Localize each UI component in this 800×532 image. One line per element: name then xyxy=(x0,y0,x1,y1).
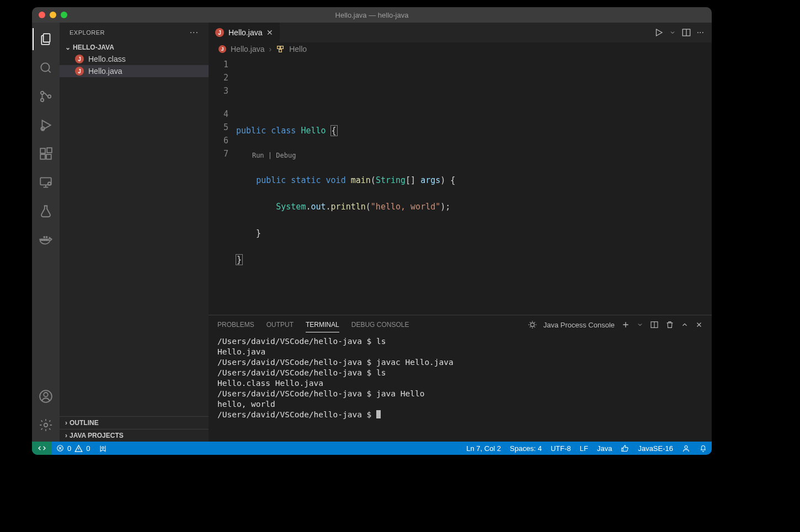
titlebar[interactable]: Hello.java — hello-java xyxy=(32,7,712,23)
svg-rect-21 xyxy=(278,46,280,49)
explorer-activity[interactable] xyxy=(33,28,59,50)
run-debug-activity[interactable] xyxy=(33,114,59,136)
extensions-activity[interactable] xyxy=(33,143,59,165)
status-problems[interactable]: 0 0 xyxy=(52,442,94,455)
chevron-right-icon: › xyxy=(65,419,67,427)
codelens[interactable]: Run | Debug xyxy=(236,151,712,160)
chevron-down-icon[interactable] xyxy=(669,29,676,36)
terminal-process-label[interactable]: Java Process Console xyxy=(543,321,615,329)
status-language[interactable]: Java xyxy=(593,442,616,455)
editor-area: J Hello.java ✕ ··· J Hello.java › Hello xyxy=(209,23,712,442)
svg-rect-7 xyxy=(40,154,45,159)
tab-label: Hello.java xyxy=(228,28,262,37)
search-activity[interactable] xyxy=(33,57,59,79)
debug-process-icon[interactable] xyxy=(528,320,537,329)
status-encoding[interactable]: UTF-8 xyxy=(546,442,575,455)
code-editor[interactable]: 1 2 3 4 5 6 7 public class Hello { Run |… xyxy=(209,56,712,315)
settings-activity[interactable] xyxy=(33,414,59,436)
svg-point-18 xyxy=(44,393,48,397)
close-tab-icon[interactable]: ✕ xyxy=(266,28,273,37)
chevron-right-icon: › xyxy=(269,45,271,53)
svg-rect-15 xyxy=(44,237,45,238)
breadcrumb[interactable]: J Hello.java › Hello xyxy=(209,42,712,56)
status-bell-icon[interactable] xyxy=(695,442,712,455)
kill-terminal-icon[interactable] xyxy=(665,320,674,329)
error-count: 0 xyxy=(67,444,71,453)
run-icon[interactable] xyxy=(654,28,664,37)
sidebar-title: EXPLORER xyxy=(70,29,105,36)
svg-point-27 xyxy=(102,447,104,449)
accounts-activity[interactable] xyxy=(33,385,59,407)
terminal-cursor xyxy=(376,410,381,418)
svg-point-11 xyxy=(48,182,51,185)
tabs-bar: J Hello.java ✕ ··· xyxy=(209,23,712,42)
new-terminal-icon[interactable] xyxy=(621,320,630,329)
folder-name: HELLO-JAVA xyxy=(73,44,114,51)
svg-point-3 xyxy=(41,99,44,101)
traffic-lights xyxy=(39,12,67,18)
split-terminal-icon[interactable] xyxy=(650,320,659,329)
svg-rect-23 xyxy=(279,50,282,52)
class-icon xyxy=(276,45,285,53)
status-feedback-icon[interactable] xyxy=(678,442,695,455)
svg-point-2 xyxy=(41,92,44,94)
file-name: Hello.java xyxy=(88,67,122,76)
breadcrumb-symbol[interactable]: Hello xyxy=(289,45,307,53)
more-icon[interactable]: ··· xyxy=(697,28,704,37)
java-file-icon: J xyxy=(75,67,84,76)
folder-header[interactable]: ⌄ HELLO-JAVA xyxy=(60,42,209,53)
close-window-button[interactable] xyxy=(39,12,45,18)
panel-tab-terminal[interactable]: TERMINAL xyxy=(306,318,339,332)
outline-label: OUTLINE xyxy=(70,419,99,427)
file-tree: J Hello.class J Hello.java xyxy=(60,53,209,416)
panel: PROBLEMS OUTPUT TERMINAL DEBUG CONSOLE J… xyxy=(209,315,712,442)
java-file-icon: J xyxy=(218,45,226,53)
breadcrumb-file[interactable]: Hello.java xyxy=(231,45,264,53)
docker-activity[interactable] xyxy=(33,229,59,251)
minimize-window-button[interactable] xyxy=(50,12,56,18)
status-jdk[interactable]: JavaSE-16 xyxy=(633,442,678,455)
svg-point-1 xyxy=(41,63,49,71)
close-panel-icon[interactable] xyxy=(695,321,703,329)
svg-rect-8 xyxy=(46,154,51,159)
terminal-body[interactable]: /Users/david/VSCode/hello-java $ ls Hell… xyxy=(209,334,712,442)
java-projects-section[interactable]: › JAVA PROJECTS xyxy=(60,429,209,442)
warning-count: 0 xyxy=(86,444,90,453)
svg-point-24 xyxy=(530,323,534,327)
code-body[interactable]: public class Hello { Run | Debug public … xyxy=(236,56,712,315)
source-control-activity[interactable] xyxy=(33,85,59,108)
explorer-sidebar: EXPLORER ··· ⌄ HELLO-JAVA J Hello.class … xyxy=(60,23,209,442)
activity-bar xyxy=(32,23,60,442)
sidebar-more-icon[interactable]: ··· xyxy=(190,28,199,37)
editor-tab[interactable]: J Hello.java ✕ xyxy=(209,23,280,42)
svg-point-4 xyxy=(48,95,51,98)
status-indentation[interactable]: Spaces: 4 xyxy=(505,442,546,455)
chevron-down-icon: ⌄ xyxy=(65,44,71,51)
file-tree-item[interactable]: J Hello.class xyxy=(60,53,209,65)
remote-indicator[interactable] xyxy=(32,442,52,455)
window-title: Hello.java — hello-java xyxy=(335,11,409,19)
panel-tab-debug[interactable]: DEBUG CONSOLE xyxy=(351,318,409,332)
svg-rect-22 xyxy=(281,46,284,49)
zoom-window-button[interactable] xyxy=(61,12,67,18)
remote-explorer-activity[interactable] xyxy=(33,171,59,194)
status-bar: 0 0 Ln 7, Col 2 Spaces: 4 UTF-8 LF Java … xyxy=(32,442,712,455)
status-thumbs-icon[interactable] xyxy=(616,442,633,455)
status-java-ready[interactable] xyxy=(94,442,111,455)
minimap[interactable] xyxy=(679,56,712,315)
chevron-down-icon[interactable] xyxy=(637,321,643,328)
split-editor-icon[interactable] xyxy=(681,28,691,37)
panel-tab-problems[interactable]: PROBLEMS xyxy=(217,318,254,332)
status-eol[interactable]: LF xyxy=(575,442,593,455)
outline-section[interactable]: › OUTLINE xyxy=(60,416,209,429)
status-cursor[interactable]: Ln 7, Col 2 xyxy=(462,442,505,455)
svg-point-28 xyxy=(685,445,687,448)
testing-activity[interactable] xyxy=(33,200,59,222)
chevron-right-icon: › xyxy=(65,432,67,439)
maximize-panel-icon[interactable] xyxy=(681,321,689,329)
file-tree-item[interactable]: J Hello.java xyxy=(60,65,209,77)
svg-rect-10 xyxy=(40,178,51,185)
editor-actions: ··· xyxy=(654,23,712,42)
svg-rect-16 xyxy=(46,237,47,238)
panel-tab-output[interactable]: OUTPUT xyxy=(266,318,294,332)
